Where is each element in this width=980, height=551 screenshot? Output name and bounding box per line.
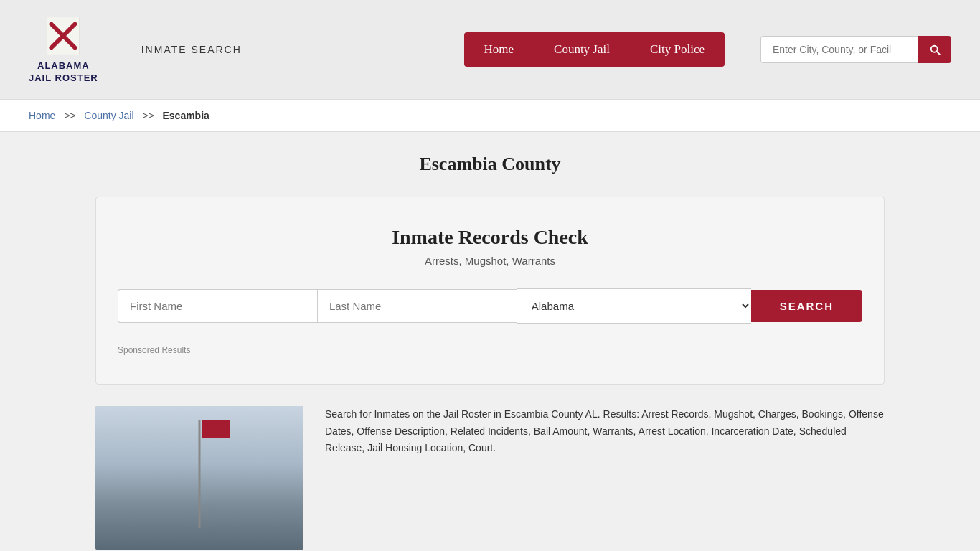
main-content: Escambia County Inmate Records Check Arr… — [81, 132, 899, 551]
breadcrumb-county-jail[interactable]: County Jail — [84, 110, 133, 121]
breadcrumb-sep-1: >> — [61, 110, 78, 121]
breadcrumb-home[interactable]: Home — [29, 110, 55, 121]
logo-line1: ALABAMA — [29, 60, 98, 72]
flag — [202, 420, 230, 438]
breadcrumb-current: Escambia — [162, 110, 209, 121]
logo-line2: JAIL ROSTER — [29, 72, 98, 85]
header-search-input[interactable] — [760, 36, 918, 63]
breadcrumb-bar: Home >> County Jail >> Escambia — [0, 100, 980, 132]
inmate-search-link[interactable]: INMATE SEARCH — [141, 44, 242, 55]
logo-text: ALABAMA JAIL ROSTER — [29, 60, 98, 85]
flagpole — [199, 420, 201, 528]
last-name-input[interactable] — [317, 289, 517, 323]
sponsored-label: Sponsored Results — [118, 345, 862, 355]
nav-city-police-button[interactable]: City Police — [630, 32, 725, 67]
records-check-box: Inmate Records Check Arrests, Mugshot, W… — [95, 197, 885, 385]
breadcrumb: Home >> County Jail >> Escambia — [29, 110, 951, 121]
site-logo[interactable]: ALABAMA JAIL ROSTER — [29, 14, 98, 85]
nav-county-jail-button[interactable]: County Jail — [534, 32, 630, 67]
page-title: Escambia County — [95, 154, 885, 175]
svg-point-3 — [61, 34, 65, 38]
logo-icon — [42, 14, 85, 57]
facility-image-inner — [95, 406, 303, 550]
header-search-button[interactable] — [918, 36, 951, 63]
breadcrumb-sep-2: >> — [139, 110, 156, 121]
records-heading: Inmate Records Check — [118, 226, 862, 249]
first-name-input[interactable] — [118, 289, 317, 323]
facility-image — [95, 406, 303, 550]
site-header: ALABAMA JAIL ROSTER INMATE SEARCH Home C… — [0, 0, 980, 100]
nav-home-button[interactable]: Home — [464, 32, 534, 67]
bottom-section: Search for Inmates on the Jail Roster in… — [95, 406, 885, 550]
inmate-search-form: AlabamaAlaskaArizonaArkansasCaliforniaCo… — [118, 288, 862, 324]
records-subtitle: Arrests, Mugshot, Warrants — [118, 255, 862, 267]
search-submit-button[interactable]: SEARCH — [751, 290, 862, 322]
main-nav: Home County Jail City Police — [464, 32, 725, 67]
search-icon — [928, 43, 941, 56]
facility-description: Search for Inmates on the Jail Roster in… — [325, 406, 885, 457]
header-search-area — [760, 36, 951, 63]
state-select[interactable]: AlabamaAlaskaArizonaArkansasCaliforniaCo… — [517, 288, 751, 324]
